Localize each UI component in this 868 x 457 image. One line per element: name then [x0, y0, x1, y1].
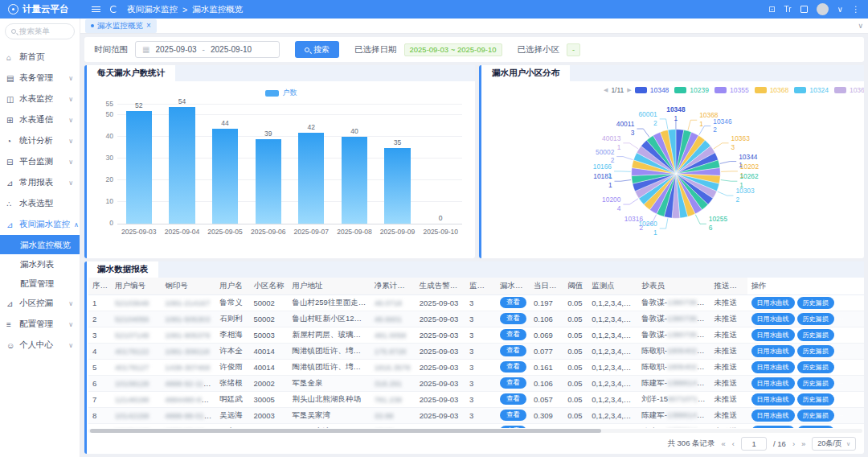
- bar[interactable]: [384, 148, 410, 224]
- sidebar-search[interactable]: 搜索菜单: [5, 23, 75, 39]
- cell-text: 2025-09-03: [420, 347, 459, 356]
- page-size-select[interactable]: 20条/页 ∨: [812, 437, 856, 451]
- legend-swatch[interactable]: [674, 87, 686, 93]
- search-button-label: 搜索: [313, 44, 330, 56]
- view-details-button[interactable]: 查看: [500, 297, 526, 308]
- close-icon[interactable]: ×: [146, 22, 151, 30]
- cell-address: 鲁山村旺新小区12，两层: [288, 311, 370, 327]
- scrollbar-thumb[interactable]: [90, 429, 601, 433]
- cell-seal-no: 1438-307468: [161, 359, 215, 375]
- page-input[interactable]: [741, 437, 767, 451]
- view-details-button[interactable]: 查看: [500, 361, 526, 373]
- sidebar-item-meter-monitor[interactable]: ◫水表监控∨: [0, 89, 80, 109]
- kebab-menu-icon[interactable]: ⋮: [852, 5, 860, 14]
- legend-swatch[interactable]: [635, 87, 647, 93]
- export-icon[interactable]: ⊡: [768, 5, 775, 14]
- history-leak-button[interactable]: 历史漏损: [797, 313, 834, 325]
- history-leak-button[interactable]: 历史漏损: [797, 426, 834, 429]
- date-range-input[interactable]: ▦ 2025-09-03 - 2025-09-10: [135, 41, 280, 58]
- next-page-button[interactable]: ›: [792, 439, 795, 448]
- sidebar-item-home[interactable]: ⌂新首页: [0, 47, 80, 68]
- view-details-button[interactable]: 查看: [500, 393, 526, 405]
- sidebar-item-meter-mgmt[interactable]: ▤表务管理∨: [0, 68, 80, 89]
- bar[interactable]: [342, 137, 367, 224]
- reader-name: 陈建军-: [641, 378, 667, 387]
- refresh-icon[interactable]: [110, 6, 117, 13]
- breadcrumb-item[interactable]: 漏水监控概览: [192, 4, 243, 15]
- tab-leak-overview[interactable]: 漏水监控概览 ×: [85, 19, 157, 33]
- column-header-5: 小区名称: [249, 278, 288, 294]
- bar[interactable]: [126, 111, 152, 224]
- history-leak-button[interactable]: 历史漏损: [797, 345, 834, 357]
- daily-water-curve-button[interactable]: 日用水曲线: [751, 297, 795, 309]
- pie-label-value: 1: [608, 181, 612, 189]
- legend-swatch[interactable]: [755, 87, 767, 93]
- cell-user-name: 吴远海: [215, 407, 249, 423]
- sidebar-item-area-leak[interactable]: ⊿小区控漏∨: [0, 293, 80, 314]
- view-details-button[interactable]: 查看: [500, 329, 526, 340]
- hamburger-icon[interactable]: [92, 6, 100, 12]
- sidebar-subitem-leak-list[interactable]: 漏水列表: [0, 254, 80, 274]
- redacted-value: 33.88: [375, 411, 394, 420]
- view-details-button[interactable]: 查看: [500, 377, 526, 389]
- bar[interactable]: [212, 129, 238, 224]
- bar-value-label: 39: [247, 130, 290, 138]
- pie-label-name: 10200: [602, 196, 621, 204]
- view-details-button[interactable]: 查看: [500, 426, 526, 428]
- daily-water-curve-button[interactable]: 日用水曲线: [751, 410, 795, 422]
- avatar[interactable]: [817, 3, 829, 15]
- view-details-button[interactable]: 查看: [500, 345, 526, 356]
- legend-prev-icon[interactable]: ◀: [604, 87, 608, 93]
- sidebar-subitem-leak-overview[interactable]: 漏水监控概览: [0, 235, 80, 254]
- cell-meter-reader: 鲁敦谋-13807350000: [637, 294, 710, 311]
- sidebar-item-night-leak[interactable]: ⊿夜间漏水监控∧: [0, 214, 80, 235]
- view-details-button[interactable]: 查看: [500, 410, 526, 421]
- redacted-value: 48.6601: [375, 315, 402, 323]
- pie-label-value: 2: [713, 126, 717, 134]
- daily-water-curve-button[interactable]: 日用水曲线: [751, 361, 795, 373]
- sidebar-subitem-leak-config[interactable]: 配置管理: [0, 274, 80, 293]
- legend-swatch[interactable]: [834, 87, 846, 93]
- daily-water-curve-button[interactable]: 日用水曲线: [751, 377, 795, 389]
- tabbar-chevron-down-icon[interactable]: ∨: [858, 22, 863, 30]
- sidebar-item-stats[interactable]: ◔统计分析∨: [0, 130, 80, 151]
- breadcrumb-item[interactable]: 夜间漏水监控: [127, 4, 178, 15]
- bar[interactable]: [256, 139, 281, 224]
- sidebar-item-reports[interactable]: ⊿常用报表∨: [0, 172, 80, 193]
- sidebar-item-meter-select[interactable]: ∴水表选型: [0, 193, 80, 214]
- sidebar-item-profile[interactable]: ☺个人中心∨: [0, 335, 80, 356]
- first-page-button[interactable]: «: [722, 439, 726, 448]
- history-leak-button[interactable]: 历史漏损: [797, 410, 834, 422]
- fullscreen-icon[interactable]: [800, 6, 808, 13]
- chevron-down-icon[interactable]: ∨: [837, 5, 843, 14]
- last-page-button[interactable]: »: [801, 439, 805, 448]
- sidebar-item-config[interactable]: ≡配置管理∨: [0, 314, 80, 335]
- daily-water-curve-button[interactable]: 日用水曲线: [751, 313, 795, 325]
- pie-label-name: 10316: [624, 215, 644, 223]
- daily-water-curve-button[interactable]: 日用水曲线: [751, 393, 795, 406]
- sidebar-item-platform[interactable]: ⊟平台监测∨: [0, 151, 80, 172]
- translate-icon[interactable]: Tr: [784, 5, 792, 14]
- bar-chart-legend[interactable]: 户数: [87, 88, 475, 98]
- history-leak-button[interactable]: 历史漏损: [797, 329, 834, 341]
- app-logo[interactable]: 计量云平台: [8, 3, 82, 15]
- legend-swatch[interactable]: [794, 87, 806, 93]
- search-button[interactable]: 搜索: [295, 41, 339, 58]
- history-leak-button[interactable]: 历史漏损: [797, 297, 834, 309]
- daily-water-curve-button[interactable]: 日用水曲线: [751, 329, 795, 341]
- bar[interactable]: [298, 133, 324, 224]
- daily-water-curve-button[interactable]: 日用水曲线: [751, 345, 795, 357]
- legend-swatch[interactable]: [714, 87, 727, 93]
- view-details-button[interactable]: 查看: [500, 313, 526, 324]
- daily-water-curve-button[interactable]: 日用水曲线: [751, 426, 795, 429]
- prev-page-button[interactable]: ‹: [732, 439, 735, 448]
- history-leak-button[interactable]: 历史漏损: [797, 377, 834, 389]
- bar-slot: 40: [333, 105, 376, 224]
- cell-actions: 日用水曲线历史漏损单表分析: [747, 343, 864, 359]
- sidebar-item-meter-comm[interactable]: ⊞水表通信∨: [0, 109, 80, 130]
- bar[interactable]: [169, 107, 194, 224]
- history-leak-button[interactable]: 历史漏损: [797, 393, 834, 406]
- cell-net-flow: 1816.3578: [371, 359, 416, 375]
- legend-next-icon[interactable]: ▶: [627, 87, 631, 93]
- history-leak-button[interactable]: 历史漏损: [797, 361, 834, 373]
